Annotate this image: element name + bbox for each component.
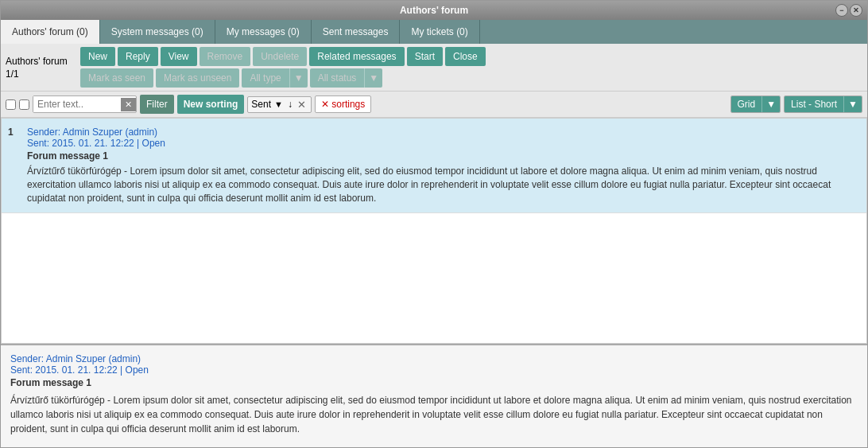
- search-clear-button[interactable]: ✕: [121, 98, 136, 111]
- title-bar-buttons: − ✕: [835, 4, 862, 17]
- row-checkbox[interactable]: [19, 99, 29, 110]
- tab-system-messages[interactable]: System messages (0): [100, 20, 215, 44]
- title-bar: Authors' forum − ✕: [1, 1, 867, 20]
- window-title: Authors' forum: [400, 5, 468, 16]
- preview-area: Sender: Admin Szuper (admin) Sent: 2015.…: [1, 344, 867, 447]
- message-list: 1 Sender: Admin Szuper (admin) Sent: 201…: [1, 118, 867, 344]
- tab-my-tickets[interactable]: My tickets (0): [400, 20, 479, 44]
- select-all-checkbox[interactable]: [6, 99, 16, 110]
- undelete-button[interactable]: Undelete: [253, 47, 307, 66]
- message-body: Árvíztűrő tükörfúrógép - Lorem ipsum dol…: [27, 165, 860, 205]
- preview-date: Sent: 2015. 01. 21. 12:22 | Open: [10, 364, 858, 376]
- message-content: Sender: Admin Szuper (admin) Sent: 2015.…: [27, 127, 860, 205]
- sent-sort-asc[interactable]: ↓: [286, 99, 294, 110]
- sent-dropdown-button[interactable]: ▼: [273, 99, 285, 109]
- checkbox-area: [6, 99, 29, 110]
- main-window: Authors' forum − ✕ Authors' forum (0) Sy…: [0, 0, 868, 448]
- all-status-button[interactable]: All status: [310, 68, 365, 88]
- preview-sender: Sender: Admin Szuper (admin): [10, 353, 858, 364]
- toolbar-row-1: New Reply View Remove Undelete Related m…: [80, 47, 862, 66]
- sent-sort-tag: Sent ▼ ↓ ✕: [247, 96, 312, 113]
- all-type-button[interactable]: All type: [242, 68, 289, 88]
- message-number: 1: [8, 127, 21, 205]
- tab-sent-messages[interactable]: Sent messages: [312, 20, 401, 44]
- sent-label: Sent: [251, 99, 271, 110]
- view-options: Grid ▼ List - Short ▼: [730, 95, 862, 113]
- grid-button[interactable]: Grid: [731, 96, 762, 112]
- reply-button[interactable]: Reply: [118, 47, 158, 66]
- tab-my-messages[interactable]: My messages (0): [215, 20, 312, 44]
- message-title: Forum message 1: [27, 150, 860, 162]
- filter-bar: ✕ Filter New sorting Sent ▼ ↓ ✕ ✕ sortin…: [1, 92, 867, 118]
- mark-as-seen-button[interactable]: Mark as seen: [80, 68, 153, 88]
- breadcrumb-area: Authors' forum 1/1: [6, 56, 77, 80]
- search-area: ✕: [33, 95, 137, 113]
- related-messages-button[interactable]: Related messages: [309, 47, 404, 66]
- list-short-button[interactable]: List - Short: [785, 96, 843, 112]
- all-type-dropdown[interactable]: ▼: [289, 68, 308, 88]
- message-date: Sent: 2015. 01. 21. 12:22 | Open: [27, 138, 860, 149]
- close-msg-button[interactable]: Close: [445, 47, 486, 66]
- list-short-dropdown[interactable]: ▼: [843, 96, 862, 112]
- mark-as-unseen-button[interactable]: Mark as unseen: [156, 68, 239, 88]
- preview-body: Árvíztűrő tükörfúrógép - Lorem ipsum dol…: [10, 393, 858, 436]
- breadcrumb-line2: 1/1: [6, 68, 77, 80]
- message-sender: Sender: Admin Szuper (admin): [27, 127, 860, 138]
- clear-sortings-button[interactable]: ✕ sortings: [315, 95, 371, 113]
- tab-authors-forum[interactable]: Authors' forum (0): [1, 20, 100, 44]
- all-status-split: All status ▼: [310, 68, 383, 88]
- table-row[interactable]: 1 Sender: Admin Szuper (admin) Sent: 201…: [2, 119, 866, 213]
- grid-split: Grid ▼: [730, 95, 781, 113]
- sent-remove-button[interactable]: ✕: [296, 99, 308, 111]
- list-short-split: List - Short ▼: [784, 95, 862, 113]
- toolbar: Authors' forum 1/1 New Reply View Remove…: [1, 44, 867, 92]
- view-button[interactable]: View: [161, 47, 197, 66]
- grid-dropdown[interactable]: ▼: [761, 96, 780, 112]
- close-button[interactable]: ✕: [850, 4, 862, 17]
- tabs-bar: Authors' forum (0) System messages (0) M…: [1, 20, 867, 44]
- remove-button[interactable]: Remove: [200, 47, 251, 66]
- new-sorting-button[interactable]: New sorting: [177, 95, 245, 114]
- minimize-button[interactable]: −: [835, 4, 848, 17]
- breadcrumb-line1: Authors' forum: [6, 56, 77, 67]
- new-button[interactable]: New: [80, 47, 115, 66]
- preview-title: Forum message 1: [10, 377, 858, 388]
- filter-button[interactable]: Filter: [140, 95, 174, 114]
- all-status-dropdown[interactable]: ▼: [364, 68, 382, 88]
- search-input[interactable]: [33, 96, 121, 112]
- toolbar-row-2: Mark as seen Mark as unseen All type ▼ A…: [80, 68, 862, 88]
- all-type-split: All type ▼: [242, 68, 307, 88]
- start-button[interactable]: Start: [407, 47, 443, 66]
